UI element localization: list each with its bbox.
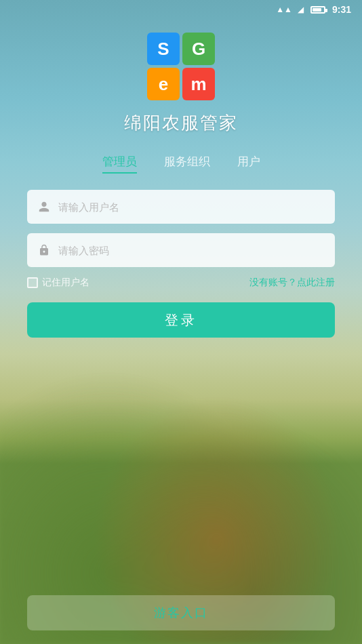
guest-button[interactable]: 游客入口 xyxy=(27,595,335,630)
logo-cell-s: S xyxy=(147,33,180,65)
tractor-background xyxy=(0,290,362,645)
login-button[interactable]: 登录 xyxy=(27,302,335,338)
username-input[interactable] xyxy=(58,201,325,213)
tab-service[interactable]: 服务组织 xyxy=(164,154,210,174)
remember-register-row: 记住用户名 没有账号？点此注册 xyxy=(27,277,335,289)
lock-icon xyxy=(37,243,52,258)
logo-grid: S G e m xyxy=(147,33,215,100)
main-content: S G e m 绵阳农服管家 管理员 服务组织 用户 xyxy=(0,19,362,338)
logo-cell-g: G xyxy=(182,33,215,65)
battery-icon xyxy=(310,6,325,14)
logo-cell-e: e xyxy=(147,68,180,100)
logo-container: S G e m xyxy=(147,33,215,100)
status-icons: ▲▲ ◢ 9:31 xyxy=(276,4,351,15)
wifi-icon: ◢ xyxy=(298,5,304,14)
tab-user[interactable]: 用户 xyxy=(237,154,260,174)
signal-icon: ▲▲ xyxy=(276,5,292,14)
time-label: 9:31 xyxy=(332,4,351,15)
tab-admin[interactable]: 管理员 xyxy=(102,154,137,174)
remember-checkbox[interactable] xyxy=(27,277,38,288)
logo-cell-m: m xyxy=(182,68,215,100)
username-input-group xyxy=(27,190,335,224)
register-link[interactable]: 没有账号？点此注册 xyxy=(249,277,335,289)
remember-label[interactable]: 记住用户名 xyxy=(27,277,89,289)
app-title: 绵阳农服管家 xyxy=(124,111,238,135)
status-bar: ▲▲ ◢ 9:31 xyxy=(0,0,362,19)
guest-section: 游客入口 xyxy=(0,595,362,644)
remember-text: 记住用户名 xyxy=(42,277,89,289)
password-input[interactable] xyxy=(58,245,325,256)
user-icon xyxy=(37,199,52,214)
tab-bar: 管理员 服务组织 用户 xyxy=(27,154,335,174)
password-input-group xyxy=(27,233,335,267)
